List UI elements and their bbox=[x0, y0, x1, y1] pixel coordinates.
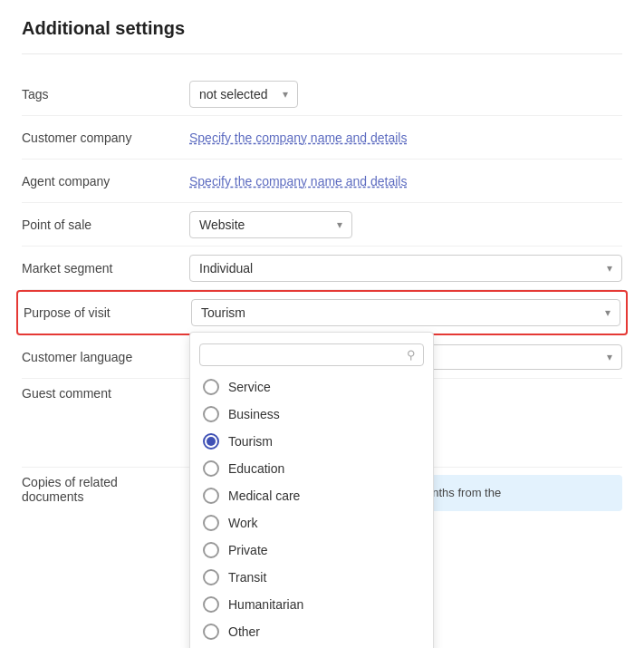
purpose-of-visit-selected: Tourism bbox=[201, 305, 245, 320]
dropdown-option-education[interactable]: Education bbox=[190, 455, 433, 482]
dropdown-options-list: ServiceBusinessTourismEducationMedical c… bbox=[190, 373, 433, 645]
dropdown-option-business[interactable]: Business bbox=[190, 401, 433, 428]
purpose-of-visit-label: Purpose of visit bbox=[24, 305, 191, 320]
point-of-sale-row: Point of sale Website ▾ bbox=[22, 203, 622, 247]
purpose-of-visit-chevron-icon: ▾ bbox=[605, 306, 610, 319]
agent-company-row: Agent company Specify the company name a… bbox=[22, 160, 622, 203]
option-label-education: Education bbox=[228, 461, 284, 476]
option-label-service: Service bbox=[228, 380, 271, 394]
point-of-sale-dropdown[interactable]: Website ▾ bbox=[189, 211, 352, 238]
point-of-sale-value: Website ▾ bbox=[189, 211, 622, 238]
dropdown-search-input[interactable] bbox=[207, 348, 403, 362]
purpose-of-visit-dropdown[interactable]: Tourism ▾ bbox=[191, 299, 620, 326]
option-label-other: Other bbox=[228, 624, 260, 639]
option-label-business: Business bbox=[228, 407, 280, 421]
page-container: Additional settings Tags not selected ▾ … bbox=[0, 0, 644, 551]
purpose-section: Purpose of visit Tourism ▾ ⚲ ServiceBusi… bbox=[22, 290, 622, 335]
point-of-sale-selected: Website bbox=[199, 218, 245, 232]
radio-outer-service bbox=[203, 379, 219, 395]
agent-company-label: Agent company bbox=[22, 174, 189, 189]
customer-company-value: Specify the company name and details bbox=[189, 131, 622, 145]
market-segment-value: Individual ▾ bbox=[189, 255, 622, 282]
guest-comment-label: Guest comment bbox=[22, 386, 189, 401]
market-segment-row: Market segment Individual ▾ bbox=[22, 247, 622, 290]
radio-outer-private bbox=[203, 542, 219, 558]
customer-language-label: Customer language bbox=[22, 350, 189, 364]
tags-label: Tags bbox=[22, 87, 189, 102]
agent-company-link[interactable]: Specify the company name and details bbox=[189, 174, 407, 189]
dropdown-option-tourism[interactable]: Tourism bbox=[190, 428, 433, 455]
customer-language-chevron-icon: ▾ bbox=[607, 351, 612, 363]
market-segment-label: Market segment bbox=[22, 261, 189, 276]
tags-selected-value: not selected bbox=[199, 87, 268, 102]
radio-outer-tourism bbox=[203, 433, 219, 450]
option-label-medical_care: Medical care bbox=[228, 488, 300, 503]
option-label-work: Work bbox=[228, 516, 257, 530]
purpose-dropdown-popup: ⚲ ServiceBusinessTourismEducationMedical… bbox=[189, 332, 434, 648]
agent-company-value: Specify the company name and details bbox=[189, 174, 622, 189]
copies-label-text: Copies of related documents bbox=[22, 475, 118, 504]
radio-outer-humanitarian bbox=[203, 596, 219, 613]
page-title: Additional settings bbox=[22, 18, 622, 54]
customer-company-link[interactable]: Specify the company name and details bbox=[189, 131, 407, 145]
dropdown-option-service[interactable]: Service bbox=[190, 373, 433, 401]
dropdown-option-transit[interactable]: Transit bbox=[190, 564, 433, 591]
radio-outer-other bbox=[203, 624, 219, 640]
radio-outer-business bbox=[203, 406, 219, 422]
option-label-tourism: Tourism bbox=[228, 434, 273, 449]
dropdown-option-private[interactable]: Private bbox=[190, 537, 433, 564]
point-of-sale-label: Point of sale bbox=[22, 218, 189, 232]
purpose-of-visit-row: Purpose of visit Tourism ▾ bbox=[16, 290, 628, 335]
radio-outer-transit bbox=[203, 569, 219, 585]
copies-label: Copies of related documents bbox=[22, 475, 189, 504]
customer-company-row: Customer company Specify the company nam… bbox=[22, 116, 622, 160]
market-segment-dropdown[interactable]: Individual ▾ bbox=[189, 255, 622, 282]
radio-inner-tourism bbox=[207, 437, 216, 446]
dropdown-option-medical_care[interactable]: Medical care bbox=[190, 482, 433, 509]
tags-chevron-icon: ▾ bbox=[283, 88, 288, 101]
tags-dropdown[interactable]: not selected ▾ bbox=[189, 81, 298, 108]
point-of-sale-chevron-icon: ▾ bbox=[337, 218, 342, 231]
radio-outer-work bbox=[203, 515, 219, 531]
radio-outer-medical_care bbox=[203, 488, 219, 504]
dropdown-option-other[interactable]: Other bbox=[190, 618, 433, 645]
tags-row: Tags not selected ▾ bbox=[22, 73, 622, 116]
market-segment-selected: Individual bbox=[199, 261, 253, 276]
dropdown-option-humanitarian[interactable]: Humanitarian bbox=[190, 591, 433, 618]
customer-company-label: Customer company bbox=[22, 131, 189, 145]
market-segment-chevron-icon: ▾ bbox=[607, 262, 612, 275]
search-icon: ⚲ bbox=[407, 348, 416, 362]
purpose-of-visit-value: Tourism ▾ bbox=[191, 299, 620, 326]
dropdown-option-work[interactable]: Work bbox=[190, 509, 433, 537]
tags-value: not selected ▾ bbox=[189, 81, 622, 108]
option-label-humanitarian: Humanitarian bbox=[228, 597, 303, 612]
radio-outer-education bbox=[203, 460, 219, 477]
option-label-transit: Transit bbox=[228, 570, 266, 585]
dropdown-search-container: ⚲ bbox=[199, 343, 424, 366]
option-label-private: Private bbox=[228, 543, 268, 557]
